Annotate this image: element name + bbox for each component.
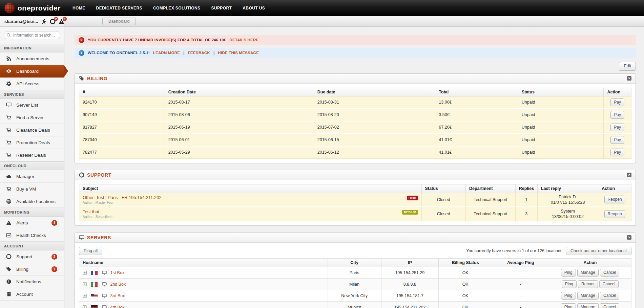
nav-item-support[interactable]: SUPPORT — [211, 6, 232, 10]
server-row: 4th Box Munich 195.154.211.202 OK - Ping… — [79, 302, 631, 308]
cancel-button[interactable]: Cancel — [600, 303, 619, 308]
feedback-link[interactable]: FEEDBACK — [188, 51, 210, 55]
server-hostname-link[interactable]: 1st Box — [110, 270, 124, 275]
cart-icon — [6, 152, 12, 158]
server-row: 2nd Box Milan 8.8.8.8 OK - PingRebootCan… — [79, 279, 631, 290]
sidebar-item-find-a-server[interactable]: Find a Server — [0, 111, 64, 124]
invoice-creation-date: 2015-08-17 — [165, 96, 314, 109]
sidebar-item-alerts[interactable]: Alerts 1 — [0, 217, 64, 229]
close-panel-icon[interactable] — [627, 76, 631, 81]
ping-button[interactable]: Ping — [562, 280, 577, 288]
sidebar-item-health-checks[interactable]: Health Checks — [0, 229, 64, 242]
invoice-due-date: 2015-08-31 — [314, 96, 435, 109]
eye-icon — [6, 68, 12, 74]
hide-message-link[interactable]: HIDE THIS MESSAGE — [218, 51, 259, 55]
sidebar-item-support[interactable]: Support 2 — [0, 250, 64, 263]
server-billing-status: OK — [439, 290, 492, 302]
sidebar-item-label: Health Checks — [16, 233, 46, 238]
invoice-due-date: 2015-07-02 — [314, 121, 435, 134]
country-flag-usa-icon — [91, 294, 98, 298]
globe-logo-icon — [4, 3, 15, 13]
sidebar-item-buy-a-vm[interactable]: Buy a VM — [0, 183, 64, 195]
ticket-subject-link[interactable]: Other: Test | Paris - FR 195.154.211.202 — [83, 195, 162, 200]
cart-icon — [6, 127, 12, 133]
sidebar-item-promotion-deals[interactable]: Promotion Deals — [0, 136, 64, 149]
ticket-subject-link[interactable]: Test that — [83, 209, 99, 214]
cancel-button[interactable]: Cancel — [600, 292, 619, 300]
sidebar-item-clearance-deals[interactable]: Clearance Deals — [0, 124, 64, 136]
server-hostname-link[interactable]: 4th Box — [110, 305, 124, 308]
alerts-icon[interactable]: 1 — [59, 19, 64, 24]
support-ticket-row: MEDIUM Test that Author : Sebastien L. C… — [79, 207, 631, 221]
manage-button[interactable]: Manage — [577, 303, 599, 308]
sidebar-item-dashboard[interactable]: Dashboard — [0, 65, 64, 78]
support-tickets-icon[interactable]: 2 — [50, 19, 56, 24]
monitor-icon — [79, 235, 84, 240]
invoice-status: Unpaid — [518, 134, 604, 146]
sidebar-item-available-locations[interactable]: Available Locations — [0, 195, 64, 208]
sidebar-item-billing[interactable]: Billing 7 — [0, 263, 64, 276]
sidebar-item-manager[interactable]: Manager — [0, 170, 64, 183]
pay-button[interactable]: Pay — [610, 111, 624, 119]
col-city: City — [328, 259, 381, 267]
other-locations-button[interactable]: Check out our other locations! — [566, 247, 631, 256]
brand-logo[interactable]: oneprovider — [0, 3, 64, 13]
ping-button[interactable]: Ping — [561, 292, 576, 300]
pay-button[interactable]: Pay — [610, 136, 624, 144]
expand-row-button[interactable] — [83, 294, 87, 298]
sidebar-section-services: SERVICES — [0, 90, 64, 99]
sidebar-item-label: Announcements — [16, 56, 49, 61]
invoice-total: 41.01€ — [435, 134, 518, 146]
cancel-button[interactable]: Cancel — [600, 269, 619, 277]
sidebar-item-server-list[interactable]: Server List — [0, 99, 64, 111]
servers-panel-title: SERVERS — [87, 235, 111, 240]
reopen-button[interactable]: Reopen — [604, 196, 625, 203]
server-ip: 8.8.8.8 — [381, 279, 439, 290]
details-here-link[interactable]: DETAILS HERE — [229, 38, 258, 42]
ping-all-button[interactable]: Ping all — [79, 247, 102, 256]
server-hostname-link[interactable]: 2nd Box — [110, 282, 126, 287]
expand-row-button[interactable] — [83, 271, 87, 275]
close-panel-icon[interactable] — [627, 235, 631, 240]
sidebar-item-reseller-deals[interactable]: Reseller Deals — [0, 149, 64, 161]
sidebar-item-api-access[interactable]: API Access — [0, 78, 64, 90]
last-reply-author: System — [541, 208, 595, 214]
server-city: Milan — [328, 279, 381, 290]
server-hostname-link[interactable]: 3rd Box — [110, 293, 125, 298]
edit-button[interactable]: Edit — [619, 62, 636, 71]
ticket-department: Technical Support — [466, 193, 516, 207]
alert-count-badge: 1 — [63, 17, 67, 21]
pay-button[interactable]: Pay — [610, 124, 624, 131]
sidebar-item-announcements[interactable]: Announcements — [0, 52, 64, 65]
pay-button[interactable]: Pay — [610, 149, 624, 156]
nav-item-complex-solutions[interactable]: COMPLEX SOLUTIONS — [153, 6, 200, 10]
col-due-date: Due date — [314, 88, 435, 96]
logout-icon[interactable] — [41, 19, 47, 24]
support-count-badge: 2 — [54, 17, 58, 21]
server-row: 3rd Box New York City 195.154.181.7 OK -… — [79, 290, 631, 302]
sidebar-item-notifications[interactable]: Notifications — [0, 276, 64, 288]
ping-button[interactable]: Ping — [561, 269, 576, 277]
learn-more-link[interactable]: LEARN MORE — [153, 51, 180, 55]
nav-item-about-us[interactable]: ABOUT US — [243, 6, 265, 10]
pay-button[interactable]: Pay — [610, 98, 624, 106]
expand-row-button[interactable] — [83, 282, 87, 286]
manage-button[interactable]: Manage — [577, 269, 599, 277]
nav-item-dedicated-servers[interactable]: DEDICATED SERVERS — [96, 6, 142, 10]
reopen-button[interactable]: Reopen — [604, 210, 625, 218]
search-input[interactable] — [4, 31, 60, 39]
sidebar-item-account[interactable]: Account — [0, 288, 64, 301]
ping-button[interactable]: Ping — [561, 303, 576, 308]
cart-icon — [6, 140, 12, 145]
nav-item-home[interactable]: HOME — [72, 6, 85, 10]
server-billing-status: OK — [439, 302, 492, 308]
close-panel-icon[interactable] — [627, 173, 631, 177]
main-content: YOU CURRENTLY HAVE 7 UNPAID INVOICE(S) F… — [64, 27, 644, 308]
expand-row-button[interactable] — [83, 305, 87, 308]
cancel-button[interactable]: Cancel — [599, 280, 619, 288]
breadcrumb-tab-dashboard[interactable]: Dashboard — [102, 18, 136, 25]
sidebar-item-label: Server List — [16, 103, 38, 108]
priority-badge: MEDIUM — [402, 210, 418, 215]
reboot-button[interactable]: Reboot — [578, 280, 598, 288]
manage-button[interactable]: Manage — [577, 292, 599, 300]
